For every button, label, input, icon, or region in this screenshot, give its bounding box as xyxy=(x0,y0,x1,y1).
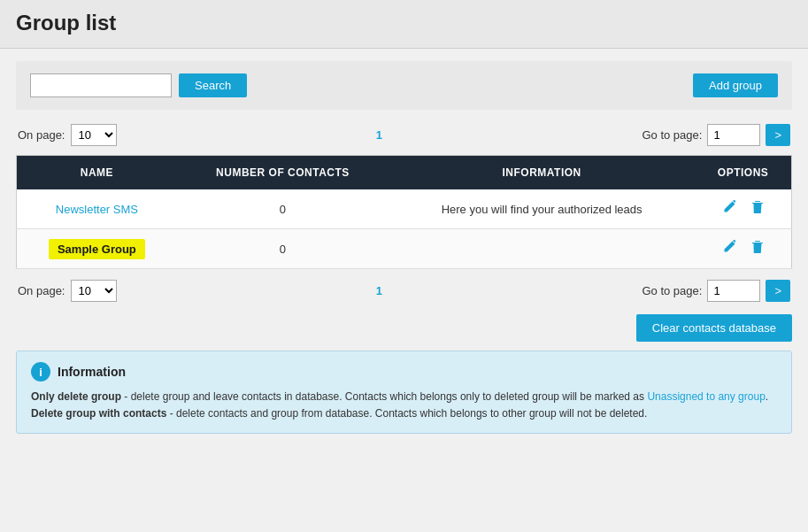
go-to-input-bottom[interactable] xyxy=(707,280,760,302)
data-table: NAME NUMBER OF CONTACTS INFORMATION OPTI… xyxy=(16,155,792,269)
pagination-top: On page: 10 25 50 100 1 Go to page: > xyxy=(16,119,792,151)
on-page-label-bottom: On page: xyxy=(18,284,65,297)
row-contacts: 0 xyxy=(177,189,389,229)
row-options xyxy=(704,238,782,259)
row-information xyxy=(389,229,695,269)
go-to-label-top: Go to page: xyxy=(642,128,702,142)
info-box-title: Information xyxy=(58,365,126,379)
on-page-label-top: On page: xyxy=(18,128,65,142)
table-row: Newsletter SMS 0 Here you will find your… xyxy=(17,189,792,229)
go-button-bottom[interactable]: > xyxy=(766,280,790,302)
row-options xyxy=(704,198,782,220)
search-bar: Search Add group xyxy=(16,61,792,110)
per-page-select-top[interactable]: 10 25 50 100 xyxy=(71,124,117,146)
info-line2-text: - delete contacts and group from databas… xyxy=(166,407,647,420)
col-header-contacts: NUMBER OF CONTACTS xyxy=(177,156,389,190)
info-box: i Information Only delete group - delete… xyxy=(16,351,792,434)
current-page-top: 1 xyxy=(376,128,382,142)
info-line1-text: - delete group and leave contacts in dat… xyxy=(121,390,644,403)
pagination-bottom: On page: 10 25 50 100 1 Go to page: > xyxy=(16,273,792,309)
search-button[interactable]: Search xyxy=(179,73,247,97)
go-to-input-top[interactable] xyxy=(707,124,760,146)
row-name-link[interactable]: Newsletter SMS xyxy=(56,203,138,216)
table-row: Sample Group 0 xyxy=(17,229,792,269)
delete-button[interactable] xyxy=(747,238,768,259)
go-button-top[interactable]: > xyxy=(766,124,790,146)
per-page-select-bottom[interactable]: 10 25 50 100 xyxy=(71,280,117,302)
info-box-text: Only delete group - delete group and lea… xyxy=(31,389,777,422)
page-title: Group list xyxy=(16,11,116,35)
col-header-options: OPTIONS xyxy=(695,156,791,190)
row-contacts: 0 xyxy=(177,229,389,269)
row-information: Here you will find your authorized leads xyxy=(389,189,695,229)
col-header-name: NAME xyxy=(17,156,177,190)
go-to-label-bottom: Go to page: xyxy=(642,284,702,297)
info-box-header: i Information xyxy=(31,362,777,382)
col-header-information: INFORMATION xyxy=(389,156,695,190)
clear-contacts-row: Clear contacts database xyxy=(16,314,792,342)
info-line2-bold: Delete group with contacts xyxy=(31,407,166,420)
current-page-bottom: 1 xyxy=(376,284,382,297)
row-name-highlight: Sample Group xyxy=(49,239,145,259)
info-line1-link[interactable]: Unassigned to any group xyxy=(647,390,765,403)
clear-contacts-button[interactable]: Clear contacts database xyxy=(636,314,792,342)
info-line1-bold: Only delete group xyxy=(31,390,121,403)
edit-button[interactable] xyxy=(719,238,740,259)
delete-button[interactable] xyxy=(747,198,768,220)
add-group-button[interactable]: Add group xyxy=(693,73,778,97)
edit-button[interactable] xyxy=(719,198,740,220)
info-icon: i xyxy=(31,362,50,382)
search-input[interactable] xyxy=(30,73,172,97)
